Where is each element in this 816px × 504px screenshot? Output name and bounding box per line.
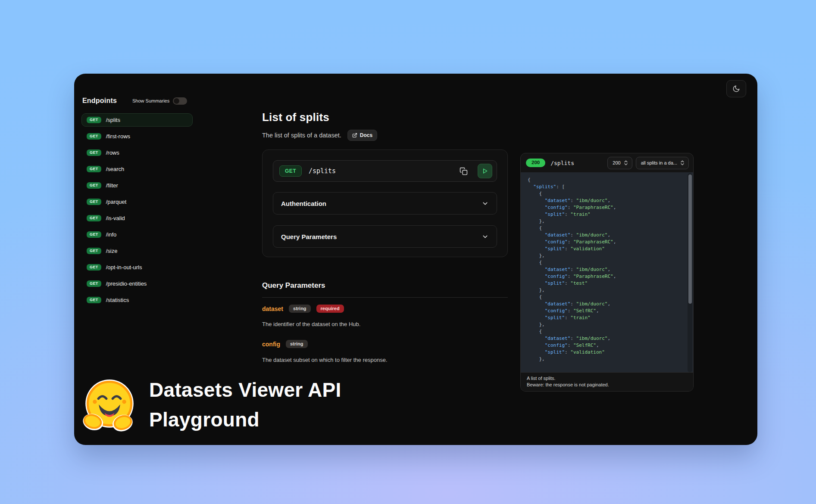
endpoint-path: /splits (106, 117, 120, 123)
sidebar-item-first-rows[interactable]: GET/first-rows (81, 130, 193, 143)
response-footer-line: Beware: the response is not paginated. (527, 382, 687, 388)
sidebar-item-size[interactable]: GET/size (81, 244, 193, 258)
sidebar-item-info[interactable]: GET/info (81, 228, 193, 241)
code-line: "dataset": "ibm/duorc", (528, 335, 693, 342)
huggingface-logo (83, 379, 136, 432)
code-line: "splits": [ (528, 184, 693, 190)
param-required-badge: required (316, 305, 344, 313)
copy-icon (460, 167, 468, 175)
endpoint-path: /parquet (106, 199, 127, 205)
updown-chevrons-icon (680, 160, 685, 165)
app-title-line2: Playground (149, 405, 341, 435)
response-footer-line: A list of splits. (527, 375, 687, 382)
code-line: }, (528, 218, 693, 225)
divider (262, 297, 508, 298)
branding: Datasets Viewer API Playground (83, 375, 341, 435)
moon-icon (732, 85, 740, 93)
sidebar-item-search[interactable]: GET/search (81, 162, 193, 176)
method-badge: GET (87, 166, 101, 172)
code-line: { (528, 177, 693, 184)
request-bar: GET /splits (273, 160, 497, 182)
status-code-select[interactable]: 200 (607, 157, 632, 169)
code-line: { (528, 225, 693, 232)
code-line: "split": "train" (528, 211, 693, 218)
sidebar-item-parquet[interactable]: GET/parquet (81, 195, 193, 208)
endpoint-list: GET/splitsGET/first-rowsGET/rowsGET/sear… (81, 113, 198, 307)
code-line: "split": "test" (528, 280, 693, 287)
app-title-line1: Datasets Viewer API (149, 375, 341, 405)
param-name: config (262, 341, 280, 348)
method-badge: GET (87, 199, 101, 205)
method-badge: GET (87, 149, 101, 156)
sidebar-item-statistics[interactable]: GET/statistics (81, 293, 193, 307)
example-select-value: all splits in a da... (641, 160, 677, 165)
status-select-value: 200 (613, 160, 620, 165)
status-badge: 200 (526, 159, 545, 167)
sidebar-item-filter[interactable]: GET/filter (81, 179, 193, 192)
request-method-badge: GET (279, 165, 302, 177)
code-line: "dataset": "ibm/duorc", (528, 232, 693, 239)
method-badge: GET (87, 297, 101, 303)
code-line: "config": "SelfRC", (528, 308, 693, 314)
sidebar-item-splits[interactable]: GET/splits (81, 113, 193, 127)
endpoint-path: /size (106, 248, 118, 254)
updown-chevrons-icon (624, 160, 628, 165)
dark-mode-toggle-button[interactable] (726, 80, 746, 97)
code-line: { (528, 190, 693, 197)
example-select[interactable]: all splits in a da... (636, 157, 689, 169)
app-title: Datasets Viewer API Playground (149, 375, 341, 435)
query-parameters-heading: Query Parameters (262, 281, 325, 290)
code-line: { (528, 259, 693, 266)
method-badge: GET (87, 133, 101, 140)
code-line: "config": "ParaphraseRC", (528, 204, 693, 211)
page-description: The list of splits of a dataset. (262, 132, 341, 139)
authentication-section-toggle[interactable]: Authentication (273, 192, 497, 215)
copy-button[interactable] (456, 164, 471, 178)
show-summaries-toggle[interactable] (173, 97, 187, 105)
run-request-button[interactable] (478, 164, 492, 178)
method-badge: GET (87, 215, 101, 221)
param-name: dataset (262, 305, 283, 312)
endpoint-path: /info (106, 231, 117, 238)
endpoint-path: /statistics (106, 297, 129, 303)
endpoint-path: /search (106, 166, 125, 172)
toggle-knob (174, 98, 179, 104)
method-badge: GET (87, 182, 101, 189)
query-parameters-section-toggle[interactable]: Query Parameters (273, 225, 497, 248)
endpoint-path: /first-rows (106, 133, 130, 140)
chevron-down-icon (481, 233, 489, 240)
endpoint-path: /filter (106, 182, 118, 189)
request-panel: GET /splits (262, 149, 508, 257)
code-line: "dataset": "ibm/duorc", (528, 301, 693, 308)
chevron-down-icon (481, 200, 489, 207)
response-json-viewer[interactable]: { "splits": [ { "dataset": "ibm/duorc", … (521, 172, 693, 373)
code-line: "split": "validation" (528, 349, 693, 356)
param-type-badge: string (289, 305, 311, 313)
authentication-label: Authentication (281, 200, 326, 207)
code-line: "config": "ParaphraseRC", (528, 273, 693, 280)
code-line: "config": "ParaphraseRC", (528, 239, 693, 246)
param-config: configstring (262, 340, 308, 348)
code-line: "split": "train" (528, 314, 693, 321)
code-line: }, (528, 356, 693, 363)
sidebar-title: Endpoints (82, 97, 117, 105)
request-path: /splits (309, 167, 336, 175)
scrollbar-thumb[interactable] (688, 174, 692, 304)
show-summaries-label: Show Summaries (132, 98, 169, 103)
code-line: "dataset": "ibm/duorc", (528, 197, 693, 204)
sidebar-item-presidio-entities[interactable]: GET/presidio-entities (81, 277, 193, 290)
code-line: "dataset": "ibm/duorc", (528, 266, 693, 273)
sidebar-item-rows[interactable]: GET/rows (81, 146, 193, 159)
play-icon (481, 168, 488, 174)
response-panel: 200 /splits 200 all splits in a da... (520, 153, 694, 392)
response-header: 200 /splits 200 all splits in a da... (521, 153, 693, 172)
method-badge: GET (87, 248, 101, 254)
endpoint-path: /is-valid (106, 215, 125, 221)
method-badge: GET (87, 231, 101, 238)
param-type-badge: string (286, 340, 308, 348)
param-description: The identifier of the dataset on the Hub… (262, 321, 360, 327)
sidebar-item-is-valid[interactable]: GET/is-valid (81, 212, 193, 225)
method-badge: GET (87, 264, 101, 271)
docs-button[interactable]: Docs (347, 130, 377, 141)
sidebar-item-opt-in-out-urls[interactable]: GET/opt-in-out-urls (81, 261, 193, 274)
